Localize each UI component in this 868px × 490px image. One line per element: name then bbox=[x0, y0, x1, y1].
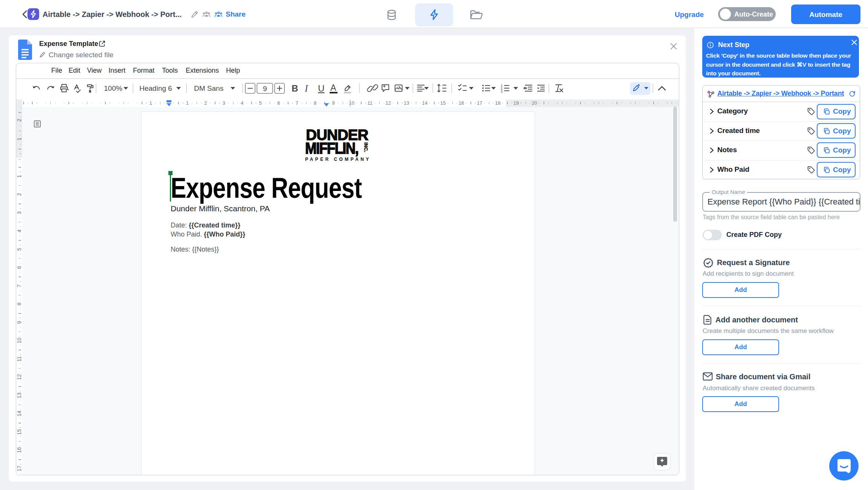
svg-text:100%: 100% bbox=[104, 84, 122, 92]
svg-text:A: A bbox=[330, 83, 336, 93]
svg-text:DM Sans: DM Sans bbox=[194, 84, 223, 92]
svg-text:I: I bbox=[304, 83, 309, 93]
svg-text:3: 3 bbox=[501, 90, 503, 93]
svg-text:Heading 6: Heading 6 bbox=[139, 84, 172, 92]
svg-text:9: 9 bbox=[263, 85, 267, 93]
svg-text:B: B bbox=[292, 83, 298, 93]
svg-text:U: U bbox=[318, 83, 324, 93]
